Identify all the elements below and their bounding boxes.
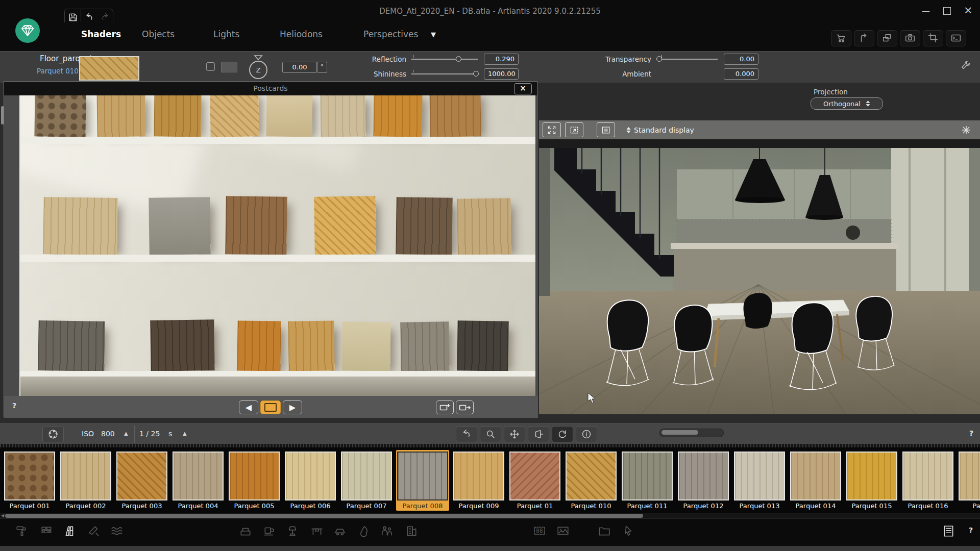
catalog-item[interactable]: Parquet 01 <box>508 450 561 511</box>
refresh-icon[interactable] <box>552 426 573 442</box>
shader-thumbnail[interactable] <box>4 452 55 500</box>
catalog-item[interactable]: Parquet 014 <box>789 450 842 511</box>
rotation-value-input[interactable]: 0.00 <box>282 62 317 73</box>
projection-dropdown[interactable]: Orthogonal <box>811 97 883 110</box>
zoom-icon[interactable] <box>480 426 501 442</box>
water-icon[interactable] <box>108 522 126 540</box>
fit-view-icon[interactable] <box>543 122 561 137</box>
shader-thumbnail[interactable] <box>116 452 167 500</box>
minimize-icon[interactable]: — <box>922 6 930 16</box>
billboard-icon[interactable]: BB <box>530 522 549 540</box>
shader-thumbnail[interactable] <box>846 452 897 500</box>
pan-icon[interactable] <box>504 426 525 442</box>
resize-view-icon[interactable] <box>565 122 583 137</box>
parquet-icon[interactable] <box>61 522 79 540</box>
tab-heliodons[interactable]: Heliodons <box>280 29 323 39</box>
shutter-value[interactable]: 1 / 25 <box>139 430 160 438</box>
shader-thumbnail[interactable] <box>566 452 617 500</box>
trowel-icon[interactable] <box>85 522 103 540</box>
help-button[interactable]: ? <box>969 526 973 534</box>
camera-view-icon[interactable] <box>528 426 549 442</box>
shader-thumbnail[interactable] <box>622 452 673 500</box>
matte-icon[interactable] <box>597 122 615 137</box>
crop-icon[interactable] <box>923 30 943 46</box>
mirror-checkbox[interactable] <box>206 62 215 71</box>
insert-arrow-icon[interactable] <box>854 30 874 46</box>
param-slider[interactable] <box>656 59 718 60</box>
catalog-item[interactable]: Parquet 001 <box>3 450 56 511</box>
catalog-item[interactable]: Parquet 004 <box>172 450 225 511</box>
param-value-input[interactable]: 0.00 <box>724 54 758 65</box>
shader-thumbnail[interactable] <box>60 452 111 500</box>
current-postcard-icon[interactable] <box>260 400 281 414</box>
duplicate-icon[interactable] <box>877 30 897 46</box>
catalog-item[interactable]: Parquet 013 <box>733 450 786 511</box>
camera-icon[interactable] <box>900 30 920 46</box>
catalog-item[interactable]: Parquet 006 <box>284 450 337 511</box>
param-value-input[interactable]: 0.290 <box>484 54 519 65</box>
rotation-dial[interactable]: Z <box>244 53 273 82</box>
color-swatch[interactable] <box>221 62 237 72</box>
slider-thumb[interactable] <box>456 56 461 62</box>
catalog-item[interactable]: Parquet 011 <box>621 450 674 511</box>
postcards-titlebar[interactable]: Postcards <box>4 82 537 95</box>
catalog-item[interactable]: Parquet 003 <box>115 450 168 511</box>
export-postcard-icon[interactable] <box>456 400 474 414</box>
info-icon[interactable] <box>576 426 597 442</box>
close-icon[interactable]: × <box>514 83 532 94</box>
cup-icon[interactable] <box>260 522 279 540</box>
slider-thumb[interactable] <box>662 430 698 435</box>
tab-shaders[interactable]: Shaders <box>81 29 121 39</box>
chevron-down-icon[interactable]: ▼ <box>431 31 436 38</box>
desk-icon[interactable] <box>308 522 326 540</box>
catalog-item[interactable]: Parquet 016 <box>901 450 954 511</box>
catalog-item[interactable]: Parquet 002 <box>59 450 112 511</box>
building-icon[interactable] <box>402 522 421 540</box>
tab-objects[interactable]: Objects <box>142 29 175 39</box>
catalog-item[interactable]: Parquet 009 <box>452 450 505 511</box>
help-button[interactable]: ? <box>969 429 973 437</box>
shutter-stepper-icon[interactable]: ▲ <box>183 431 187 436</box>
bricks-icon[interactable] <box>38 522 56 540</box>
scrollbar-thumb[interactable] <box>5 514 643 518</box>
prev-postcard-icon[interactable]: ◀ <box>239 400 258 414</box>
catalog-scrollbar[interactable]: ◀ <box>0 513 980 518</box>
param-value-input[interactable]: 1000.00 <box>484 68 519 80</box>
catalog-item[interactable]: Parquet 007 <box>340 450 393 511</box>
image-icon[interactable] <box>554 522 572 540</box>
undo-icon[interactable] <box>456 426 477 442</box>
shader-name[interactable]: Parquet 010 <box>37 67 79 75</box>
catalog-item[interactable]: Parquet 010 <box>565 450 618 511</box>
list-icon[interactable] <box>940 522 958 540</box>
shader-thumbnail[interactable] <box>173 452 224 500</box>
slider-thumb[interactable] <box>473 71 479 77</box>
tab-perspectives[interactable]: Perspectives <box>363 29 418 39</box>
add-postcard-icon[interactable] <box>436 400 454 414</box>
aperture-icon[interactable] <box>42 426 64 442</box>
param-slider[interactable] <box>411 73 478 74</box>
folder-icon[interactable] <box>595 522 614 540</box>
shader-thumbnail[interactable] <box>229 452 280 500</box>
maximize-icon[interactable] <box>943 7 951 15</box>
console-icon[interactable] <box>946 30 966 46</box>
cart-icon[interactable] <box>831 30 851 46</box>
render-preview[interactable] <box>539 139 980 414</box>
plant-icon[interactable] <box>355 522 374 540</box>
catalog-item[interactable]: Parquet 012 <box>677 450 730 511</box>
car-icon[interactable] <box>331 522 349 540</box>
shader-thumbnail[interactable] <box>734 452 785 500</box>
iso-stepper-icon[interactable]: ▲ <box>124 431 128 436</box>
shader-preview-thumbnail[interactable] <box>79 56 139 81</box>
lamp-icon[interactable] <box>283 522 302 540</box>
paint-roller-icon[interactable] <box>13 522 31 540</box>
armchair-icon[interactable] <box>236 522 255 540</box>
catalog-drag-handle[interactable] <box>0 444 980 447</box>
wrench-icon[interactable] <box>958 59 974 73</box>
param-value-input[interactable]: 0.000 <box>724 68 758 80</box>
catalog-item[interactable]: Parquet 015 <box>845 450 898 511</box>
iso-value[interactable]: 800 <box>101 430 115 438</box>
tab-lights[interactable]: Lights <box>213 29 239 39</box>
shader-thumbnail[interactable] <box>790 452 841 500</box>
shader-thumbnail[interactable] <box>678 452 729 500</box>
next-postcard-icon[interactable]: ▶ <box>283 400 302 414</box>
